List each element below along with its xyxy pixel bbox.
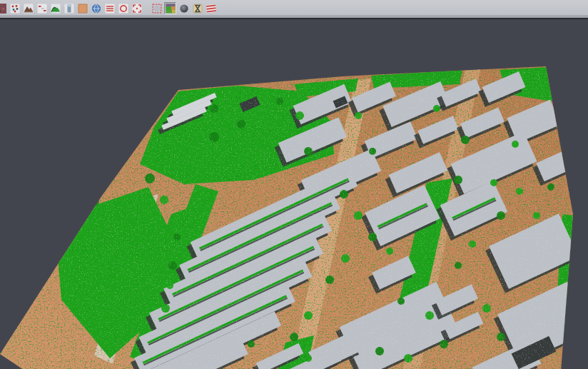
globe-icon[interactable] xyxy=(90,2,102,14)
terrain-content xyxy=(0,19,588,369)
bounds-icon[interactable] xyxy=(151,2,163,14)
cross-section-icon[interactable] xyxy=(36,2,48,14)
point-cloud-icon[interactable] xyxy=(9,2,21,14)
red-lines-icon[interactable] xyxy=(103,2,116,14)
red-circle-icon[interactable] xyxy=(117,2,129,14)
classification-colors-icon[interactable] xyxy=(164,2,176,14)
toolbar xyxy=(0,0,588,15)
application-window xyxy=(0,0,588,369)
terrain-icon[interactable] xyxy=(22,2,34,14)
selection-brackets-icon[interactable] xyxy=(131,2,143,14)
hourglass-icon[interactable] xyxy=(191,2,203,14)
stripes-icon[interactable] xyxy=(205,2,217,14)
viewport-3d[interactable] xyxy=(0,19,588,369)
sphere-icon[interactable] xyxy=(178,2,190,14)
vegetation-icon[interactable] xyxy=(49,2,61,14)
noise-overlay-light xyxy=(0,19,588,369)
clipped-tool-icon[interactable] xyxy=(0,2,7,14)
orthophoto-icon[interactable] xyxy=(76,2,88,14)
toolbar-spacer xyxy=(144,3,151,14)
column-icon[interactable] xyxy=(63,2,75,14)
viewport-3d-canvas[interactable] xyxy=(0,19,588,369)
